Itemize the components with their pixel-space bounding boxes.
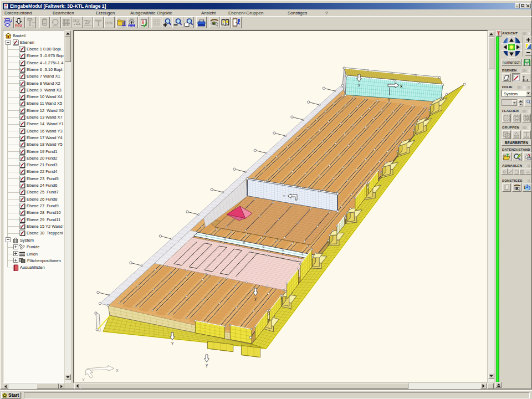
svg-text:y: y	[358, 83, 360, 87]
svg-text:y: y	[171, 341, 173, 345]
svg-text:3: 3	[528, 186, 530, 191]
svg-text:y: y	[254, 296, 257, 301]
svg-text:X: X	[116, 368, 119, 373]
svg-text:neu: neu	[15, 23, 22, 27]
svg-text:DIN: DIN	[105, 21, 112, 25]
svg-text:alle: alle	[526, 170, 530, 173]
svg-text:y: y	[388, 97, 390, 101]
svg-text:y: y	[206, 363, 208, 367]
svg-text:Y: Y	[82, 377, 85, 382]
svg-text:*: *	[283, 194, 285, 199]
svg-text:x: x	[400, 84, 403, 89]
